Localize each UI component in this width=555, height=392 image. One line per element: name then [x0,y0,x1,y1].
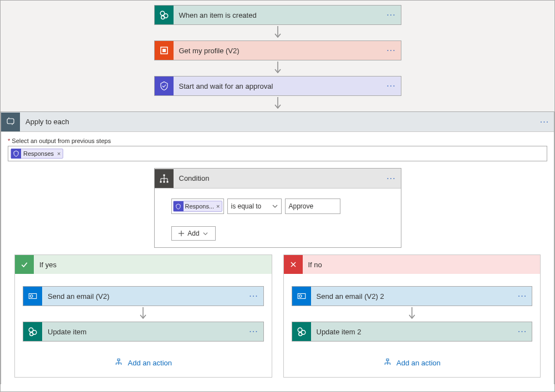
no-update-title: Update item 2 [311,328,513,336]
loop-icon [1,113,20,131]
more-icon[interactable]: ··· [245,292,263,301]
yes-update-title: Update item [42,328,245,336]
condition-icon [155,169,174,188]
token-remove-icon[interactable]: × [57,150,60,157]
more-icon[interactable]: ··· [245,327,263,336]
close-icon [284,255,303,274]
approval-token-icon [174,201,184,211]
token-remove-icon[interactable]: × [216,203,220,210]
sharepoint-icon [155,6,174,24]
condition-more-icon[interactable]: ··· [382,174,401,184]
sharepoint-icon [23,322,42,341]
if-yes-label: If yes [34,261,57,269]
condition-operator-select[interactable]: is equal to [227,198,282,214]
svg-rect-40 [386,359,389,360]
select-output-input[interactable]: Responses × [8,146,547,161]
svg-rect-9 [163,174,165,176]
svg-point-35 [299,295,302,298]
no-update-step[interactable]: Update item 2 ··· [292,322,533,342]
apply-to-each-title: Apply to each [20,118,535,126]
if-yes-branch: If yes Send an email (V2) ··· [14,254,272,378]
responses-token[interactable]: Responses × [11,149,63,159]
chevron-down-icon [203,231,208,236]
apply-to-each-block: Apply to each ··· * Select an output fro… [1,111,554,384]
yes-update-step[interactable]: Update item ··· [23,322,264,342]
outlook-icon [23,287,42,306]
svg-rect-8 [7,119,14,124]
condition-left-input[interactable]: Respons... × [171,198,224,214]
profile-more-icon[interactable]: ··· [382,46,401,55]
add-action-icon [114,358,123,367]
check-icon [15,255,34,274]
if-no-label: If no [303,261,322,269]
profile-step[interactable]: Get my profile (V2) ··· [154,40,401,60]
svg-rect-5 [162,49,166,52]
yes-email-step[interactable]: Send an email (V2) ··· [23,286,264,306]
sharepoint-icon [292,322,311,341]
add-action-icon [383,358,392,367]
apply-to-each-header[interactable]: Apply to each ··· [1,112,554,132]
more-icon[interactable]: ··· [513,292,532,301]
office-icon [155,41,174,60]
yes-email-title: Send an email (V2) [42,292,245,301]
condition-right-input[interactable]: Approve [285,198,340,214]
approval-token-icon [11,149,21,159]
if-no-header: If no [284,255,541,274]
approval-title: Start and wait for an approval [174,82,382,90]
approval-icon [155,77,174,95]
profile-title: Get my profile (V2) [174,47,382,55]
trigger-title: When an item is created [174,11,382,19]
outlook-icon [292,287,311,306]
svg-rect-10 [160,181,161,182]
if-yes-header: If yes [15,255,272,274]
trigger-step[interactable]: When an item is created ··· [154,5,401,25]
chevron-down-icon [272,203,278,209]
trigger-more-icon[interactable]: ··· [382,11,401,19]
svg-rect-11 [163,181,165,182]
no-email-title: Send an email (V2) 2 [311,292,513,301]
select-output-label: * Select an output from previous steps [8,138,547,144]
svg-rect-12 [166,181,168,182]
condition-header[interactable]: Condition ··· [155,169,401,189]
svg-rect-26 [118,359,120,360]
condition-card: Condition ··· Respons... × [154,168,401,248]
arrow-icon [272,25,283,40]
yes-add-action-button[interactable]: Add an action [114,358,172,367]
condition-left-token[interactable]: Respons... × [173,201,222,212]
arrow-icon [138,306,149,322]
more-icon[interactable]: ··· [513,327,532,336]
plus-icon [179,231,184,236]
approval-more-icon[interactable]: ··· [382,82,401,90]
if-no-branch: If no Send an email (V2) 2 ··· [283,254,541,378]
approval-step[interactable]: Start and wait for an approval ··· [154,76,401,96]
no-add-action-button[interactable]: Add an action [383,358,441,367]
arrow-icon [406,306,417,322]
apply-to-each-more-icon[interactable]: ··· [535,117,554,127]
arrow-icon [272,96,283,111]
condition-add-button[interactable]: Add [171,226,216,241]
no-email-step[interactable]: Send an email (V2) 2 ··· [292,286,533,306]
condition-title: Condition [174,174,382,182]
svg-point-21 [30,295,33,298]
arrow-icon [272,60,283,76]
